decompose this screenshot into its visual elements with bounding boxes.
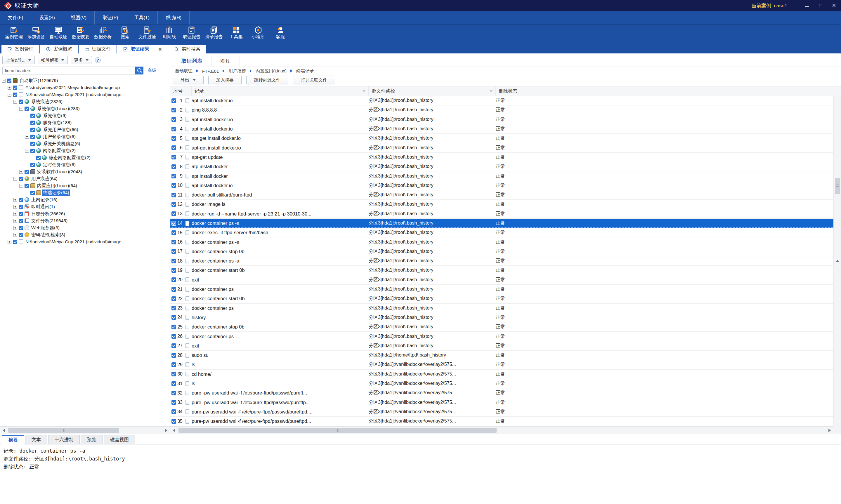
scroll-right-button[interactable] xyxy=(826,427,834,434)
row-checkbox[interactable] xyxy=(172,419,176,424)
table-row-29[interactable]: 29ls分区3[hda1]:\var\lib\docker\overlay2\5… xyxy=(170,360,834,370)
expand-icon[interactable]: + xyxy=(14,219,17,223)
tree-checkbox[interactable] xyxy=(30,163,35,167)
tree-checkbox[interactable] xyxy=(30,149,35,153)
tree-node-22[interactable]: +密码/密钥检索(3) xyxy=(0,231,170,238)
filter-icon[interactable] xyxy=(362,90,365,92)
tab-case-management[interactable]: 案例管理 xyxy=(1,45,39,53)
tree-checkbox[interactable] xyxy=(13,240,17,244)
row-checkbox[interactable] xyxy=(172,211,176,216)
row-checkbox[interactable] xyxy=(172,343,176,348)
tree-node-16[interactable]: 终端记录(64) xyxy=(0,189,170,196)
menu-file[interactable]: 文件(F) xyxy=(0,11,31,24)
tab-disk-view[interactable]: 磁盘视图 xyxy=(104,435,135,444)
toolbar-forensic-report[interactable]: 取证报告 xyxy=(180,26,203,40)
close-button[interactable]: × xyxy=(831,3,836,8)
menu-help[interactable]: 帮助(H) xyxy=(158,11,190,24)
tree-node-2[interactable]: −N:\Individual\Meiya Cup 2021 (individua… xyxy=(0,91,170,98)
table-row-13[interactable]: 13docker run -d --name ftpd-server -p 23… xyxy=(170,209,834,219)
table-row-34[interactable]: 34pure-pw useradd wai -f /etc/pure-ftpd/… xyxy=(170,407,834,417)
row-checkbox[interactable] xyxy=(172,334,176,339)
table-row-28[interactable]: 28sudo su分区3[hda1]:\home\ftpd\.bash_hist… xyxy=(170,351,834,360)
tree-node-11[interactable]: 静态网络配置信息(2) xyxy=(0,154,170,161)
scrollbar-thumb[interactable] xyxy=(8,428,119,433)
expand-icon[interactable]: + xyxy=(25,135,29,139)
tree-node-10[interactable]: −网络配置信息(2) xyxy=(0,147,170,154)
toolbar-data-recovery[interactable]: 数据恢复 xyxy=(70,26,92,40)
tree-node-3[interactable]: −系统痕迹(2326) xyxy=(0,98,170,105)
expand-icon[interactable]: + xyxy=(14,233,17,237)
table-row-31[interactable]: 31ls分区3[hda1]:\var\lib\docker\overlay2\5… xyxy=(170,379,834,389)
breadcrumb-item-2[interactable]: 用户痕迹 xyxy=(229,68,246,74)
tab-summary[interactable]: 摘要 xyxy=(2,435,24,445)
row-checkbox[interactable] xyxy=(172,287,176,292)
row-checkbox[interactable] xyxy=(172,362,176,367)
tab-live-search[interactable]: 实时搜索 xyxy=(168,45,206,53)
table-row-7[interactable]: 7apt-get update分区3[hda1]:\root\.bash_his… xyxy=(170,153,834,162)
account-decrypt-dropdown[interactable]: 帐号解密 xyxy=(38,56,68,64)
row-checkbox[interactable] xyxy=(172,230,176,235)
add-to-summary-button[interactable]: 加入摘要 xyxy=(208,76,241,84)
row-checkbox[interactable] xyxy=(172,306,176,310)
row-checkbox[interactable] xyxy=(172,108,176,112)
menu-view[interactable]: 视图(V) xyxy=(63,11,95,24)
row-checkbox[interactable] xyxy=(172,381,176,386)
row-checkbox[interactable] xyxy=(172,174,176,178)
tree-checkbox[interactable] xyxy=(24,170,29,174)
row-checkbox[interactable] xyxy=(172,183,176,188)
breadcrumb-item-4[interactable]: 终端记录 xyxy=(296,68,314,74)
table-row-20[interactable]: 20exit分区3[hda1]:\root\.bash_history正常 xyxy=(170,275,834,285)
row-checkbox[interactable] xyxy=(172,353,176,358)
table-row-11[interactable]: 11docker pull stilliard/pure-ftpd分区3[hda… xyxy=(170,191,834,200)
table-row-12[interactable]: 12docker image ls分区3[hda1]:\root\.bash_h… xyxy=(170,200,834,209)
table-row-27[interactable]: 27exit分区3[hda1]:\root\.bash_history正常 xyxy=(170,341,834,351)
tree-node-8[interactable]: +用户登录信息(6) xyxy=(0,133,170,140)
collapse-icon[interactable]: − xyxy=(2,79,5,83)
table-row-22[interactable]: 22docker container start 0b分区3[hda1]:\ro… xyxy=(170,294,834,303)
row-checkbox[interactable] xyxy=(172,164,176,169)
table-row-24[interactable]: 24history分区3[hda1]:\root\.bash_history正常 xyxy=(170,313,834,322)
search-button[interactable] xyxy=(135,67,143,74)
breadcrumb-item-3[interactable]: 内置应用(Linux) xyxy=(256,68,287,74)
tree-node-21[interactable]: +Web服务器(3) xyxy=(0,224,170,231)
table-row-9[interactable]: 9apt install docker分区3[hda1]:\root\.bash… xyxy=(170,172,834,181)
table-horizontal-scrollbar[interactable] xyxy=(170,426,834,434)
table-row-35[interactable]: 35pure-pw useradd wai -f /etc/pure-ftpd/… xyxy=(170,417,834,426)
row-checkbox[interactable] xyxy=(172,372,176,376)
tree-node-13[interactable]: +安装软件(Linux)(2043) xyxy=(0,168,170,175)
row-checkbox[interactable] xyxy=(172,277,176,282)
table-row-15[interactable]: 15docker exec -it ftpd-server /bin/bash分… xyxy=(170,228,834,237)
breadcrumb-item-1[interactable]: FTP.E01 xyxy=(202,69,219,74)
tree-checkbox[interactable] xyxy=(19,198,23,202)
tree-checkbox[interactable] xyxy=(24,184,29,188)
tab-forensic-results[interactable]: 取证结果× xyxy=(117,45,168,53)
scroll-left-button[interactable] xyxy=(0,427,7,434)
row-checkbox[interactable] xyxy=(172,240,176,245)
table-row-6[interactable]: 6apt-get install docker.io分区3[hda1]:\roo… xyxy=(170,143,834,152)
tree-checkbox[interactable] xyxy=(19,212,23,216)
column-header-seq[interactable]: 序号 xyxy=(170,86,192,96)
expand-icon[interactable]: + xyxy=(7,240,12,244)
tab-hex[interactable]: 十六进制 xyxy=(48,435,80,444)
tree-checkbox[interactable] xyxy=(30,191,35,195)
tree-node-12[interactable]: 定时任务信息(6) xyxy=(0,161,170,168)
tree-node-14[interactable]: −用户痕迹(64) xyxy=(0,175,170,182)
table-row-32[interactable]: 32pure -pw useradd wai -f /etc/pure-ftpd… xyxy=(170,389,834,398)
toolbar-case-management[interactable]: 案例管理 xyxy=(3,26,25,40)
tree-node-5[interactable]: 系统信息(9) xyxy=(0,112,170,119)
row-checkbox[interactable] xyxy=(172,391,176,395)
toolbar-mini-program[interactable]: 小程序 xyxy=(247,26,269,40)
tab-forensic-list[interactable]: 取证列表 xyxy=(173,55,212,67)
row-checkbox[interactable] xyxy=(172,268,176,273)
tree-node-4[interactable]: −系统信息(Linux)(283) xyxy=(0,105,170,112)
tree-checkbox[interactable] xyxy=(30,134,35,139)
tree-checkbox[interactable] xyxy=(19,226,23,230)
scroll-right-button[interactable] xyxy=(162,427,170,434)
collapse-icon[interactable]: − xyxy=(19,107,23,111)
tab-evidence-files[interactable]: 证据文件 xyxy=(78,45,117,53)
export-button[interactable]: 导出 xyxy=(173,76,203,84)
toolbar-search[interactable]: 搜索 xyxy=(114,26,136,40)
table-row-26[interactable]: 26docker container ps分区3[hda1]:\root\.ba… xyxy=(170,332,834,341)
table-row-10[interactable]: 10apt install docker.io分区3[hda1]:\root\.… xyxy=(170,181,834,191)
row-checkbox[interactable] xyxy=(172,193,176,197)
